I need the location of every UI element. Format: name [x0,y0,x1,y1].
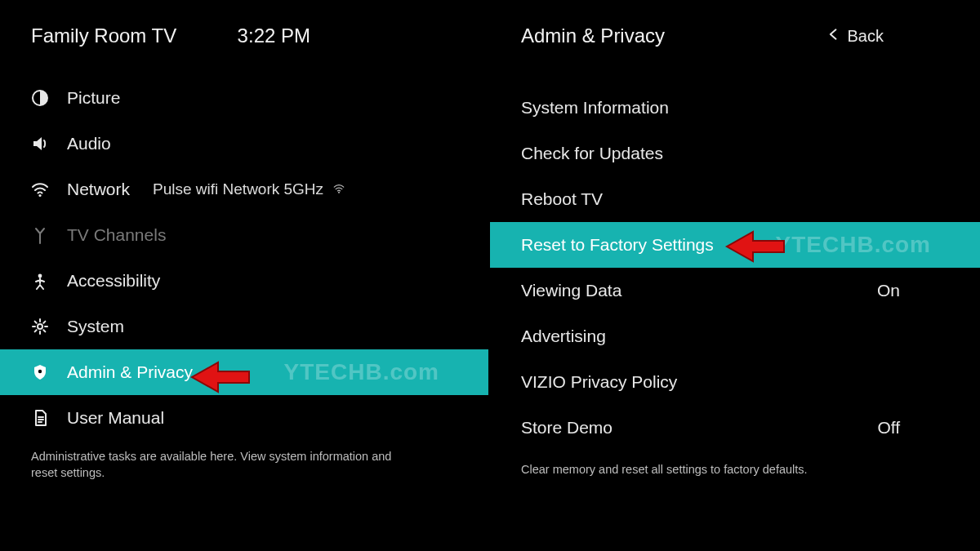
menu-item-admin-privacy[interactable]: Admin & Privacy YTECHB.com [0,349,488,395]
menu-item-store-demo[interactable]: Store Demo Off [490,405,980,451]
back-label: Back [848,27,884,46]
menu-item-tv-channels: TV Channels [0,212,488,258]
menu-item-privacy-policy[interactable]: VIZIO Privacy Policy [490,359,980,405]
menu-item-label: Picture [67,88,120,108]
menu-item-factory-reset[interactable]: Reset to Factory Settings YTECHB.com [490,222,980,268]
menu-item-audio[interactable]: Audio [0,121,488,167]
menu-item-label: Admin & Privacy [67,362,193,382]
menu-item-user-manual[interactable]: User Manual [0,395,488,441]
menu-item-label: Network [67,180,130,199]
menu-item-label: TV Channels [67,225,166,245]
watermark-text: YTECHB.com [776,232,931,258]
menu-item-label: Audio [67,134,111,153]
menu-item-system[interactable]: System [0,304,488,349]
menu-item-check-updates[interactable]: Check for Updates [490,131,980,176]
page-title: Admin & Privacy [521,24,665,47]
accessibility-icon [31,272,56,290]
shield-icon [31,363,56,381]
menu-item-viewing-data[interactable]: Viewing Data On [490,268,980,313]
wifi-icon [31,180,56,198]
menu-description: Clear memory and reset all settings to f… [490,454,915,487]
watermark-text: YTECHB.com [284,359,439,385]
menu-item-network[interactable]: Network Pulse wifi Network 5GHz [0,167,488,212]
main-settings-menu: Picture Audio Network Pulse wifi Network… [0,75,488,441]
back-button[interactable]: Back [826,27,884,46]
menu-item-reboot-tv[interactable]: Reboot TV [490,176,980,222]
menu-item-system-information[interactable]: System Information [490,85,980,131]
menu-item-label: Reset to Factory Settings [521,235,714,255]
menu-item-label: System [67,317,124,336]
right-header: Admin & Privacy Back [490,0,980,52]
menu-item-advertising[interactable]: Advertising [490,313,980,359]
left-header: Family Room TV 3:22 PM [0,0,488,52]
menu-item-label: System Information [521,98,669,118]
back-arrow-icon [826,27,841,46]
contrast-icon [31,89,56,107]
menu-item-label: Accessibility [67,271,160,291]
menu-item-label: Check for Updates [521,144,663,163]
admin-privacy-menu: System Information Check for Updates Reb… [490,85,980,451]
menu-item-label: Reboot TV [521,189,603,209]
gear-icon [31,318,56,335]
menu-item-accessibility[interactable]: Accessibility [0,258,488,304]
network-name: Pulse wifi Network 5GHz [153,180,345,198]
speaker-icon [31,135,56,153]
menu-description: Administrative tasks are available here.… [0,441,425,489]
menu-item-value: On [877,281,900,300]
menu-item-picture[interactable]: Picture [0,75,488,121]
clock: 3:22 PM [238,24,310,47]
menu-item-value: Off [877,418,900,438]
settings-main-panel: Family Room TV 3:22 PM Picture Audio Net… [0,0,490,551]
menu-item-label: Store Demo [521,418,612,438]
menu-item-label: Viewing Data [521,281,621,300]
menu-item-label: User Manual [67,408,164,428]
admin-privacy-panel: Admin & Privacy Back System Information … [490,0,980,551]
document-icon [31,409,56,427]
menu-item-label: VIZIO Privacy Policy [521,372,677,392]
menu-item-label: Advertising [521,327,606,346]
signal-strength-icon [333,180,345,198]
antenna-icon [31,226,56,244]
device-name: Family Room TV [31,24,176,47]
